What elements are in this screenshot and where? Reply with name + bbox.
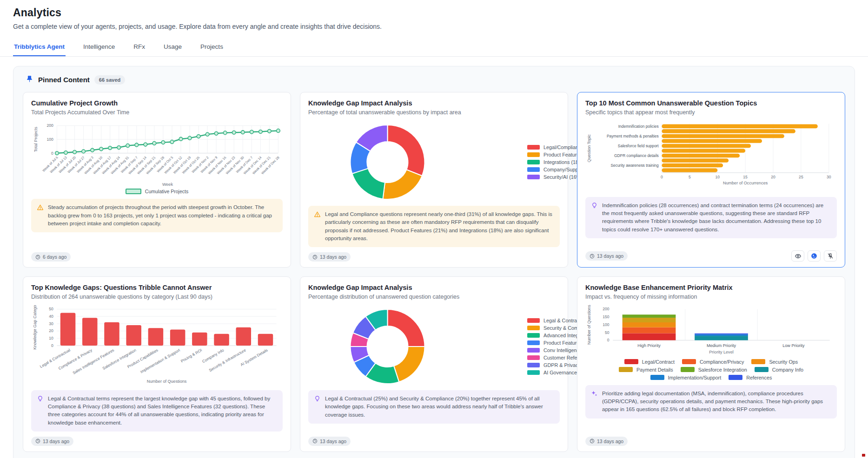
- tab-rfx[interactable]: RFx: [133, 39, 146, 56]
- card-subtitle: Total Projects Accumulated Over Time: [31, 109, 283, 116]
- insight-text: Legal and Compliance questions represent…: [325, 210, 554, 242]
- lightbulb-icon: [591, 202, 598, 234]
- card-cumulative-project-growth[interactable]: Cumulative Project Growth Total Projects…: [23, 92, 291, 268]
- insight-text: Prioritize adding legal documentation (M…: [602, 390, 831, 414]
- timestamp-pill: 13 days ago: [585, 437, 628, 446]
- insight-text: Legal & Contractual terms represent the …: [48, 395, 277, 427]
- svg-text:150: 150: [603, 314, 610, 319]
- clock-icon: [590, 254, 595, 259]
- card-knowledge-gap-impact-2[interactable]: Knowledge Gap Impact Analysis Percentage…: [300, 276, 568, 452]
- svg-text:25: 25: [799, 175, 803, 179]
- lightbulb-icon: [314, 395, 321, 419]
- card-title: Top 10 Most Common Unanswerable Question…: [585, 99, 837, 107]
- insight-text: Steady accumulation of projects througho…: [48, 203, 277, 228]
- svg-text:10: 10: [715, 175, 720, 179]
- pin-icon: [26, 75, 33, 85]
- svg-text:0: 0: [51, 151, 53, 156]
- svg-text:Sales Intelligence Features: Sales Intelligence Features: [72, 347, 115, 375]
- svg-text:High Priority: High Priority: [637, 343, 661, 348]
- svg-text:100: 100: [603, 322, 610, 327]
- eye-icon: [795, 253, 802, 260]
- svg-text:Knowledge Gap Catego: Knowledge Gap Catego: [33, 305, 37, 350]
- svg-text:Priority Level: Priority Level: [709, 350, 733, 354]
- card-subtitle: Specific topics that appear most frequen…: [585, 109, 837, 116]
- svg-text:50: 50: [49, 307, 53, 311]
- tab-projects[interactable]: Projects: [199, 39, 224, 56]
- unpin-button[interactable]: [824, 250, 837, 262]
- card-top-knowledge-gaps[interactable]: Top Knowledge Gaps: Questions Tribble Ca…: [23, 276, 291, 452]
- line-chart: 0100200Total ProjectsWeek of Jul 6Week o…: [31, 120, 283, 188]
- insight-box: Indemnification policies (28 occurrences…: [585, 197, 837, 238]
- tab-tribblytics-agent[interactable]: Tribblytics Agent: [13, 39, 66, 56]
- view-insight-button[interactable]: [791, 250, 804, 262]
- clock-icon: [35, 255, 40, 260]
- svg-text:50: 50: [605, 330, 610, 335]
- lightbulb-icon: [37, 395, 44, 427]
- pinned-content-panel: Pinned Content 66 saved Cumulative Proje…: [13, 66, 855, 458]
- page-subtitle: Get a complete view of your agents, proj…: [13, 23, 855, 30]
- legend-label: Cumulative Projects: [145, 189, 188, 194]
- card-title: Knowledge Gap Impact Analysis: [308, 99, 560, 107]
- page-header: Analytics Get a complete view of your ag…: [0, 0, 868, 30]
- card-priority-matrix[interactable]: Knowledge Base Enhancement Priority Matr…: [577, 276, 845, 452]
- ai-assistant-button[interactable]: [808, 250, 821, 262]
- card-title: Top Knowledge Gaps: Questions Tribble Ca…: [31, 284, 283, 291]
- svg-text:100: 100: [46, 137, 53, 142]
- card-top-unanswerable-topics[interactable]: Top 10 Most Common Unanswerable Question…: [577, 92, 845, 268]
- card-subtitle: Impact vs. frequency of missing informat…: [585, 294, 837, 300]
- donut-chart: Legal & ContractualSecurity & Compliance…: [308, 305, 560, 386]
- tab-intelligence[interactable]: Intelligence: [82, 39, 116, 56]
- insight-text: Indemnification policies (28 occurrences…: [602, 202, 831, 234]
- timestamp-pill: 13 days ago: [585, 251, 628, 261]
- pinned-content-title: Pinned Content: [38, 76, 90, 84]
- svg-text:Security awareness training: Security awareness training: [610, 163, 659, 168]
- svg-text:Low Priority: Low Priority: [782, 343, 805, 348]
- svg-text:20: 20: [49, 328, 53, 333]
- svg-text:5: 5: [689, 175, 691, 179]
- card-knowledge-gap-impact-1[interactable]: Knowledge Gap Impact Analysis Percentage…: [300, 92, 568, 268]
- tab-usage[interactable]: Usage: [163, 39, 183, 56]
- svg-text:15: 15: [743, 175, 748, 179]
- svg-text:Implementation & Support: Implementation & Support: [139, 347, 181, 374]
- cursor-artifact: [862, 454, 865, 457]
- card-title: Cumulative Project Growth: [31, 99, 283, 107]
- tab-bar: Tribblytics Agent Intelligence RFx Usage…: [0, 39, 868, 57]
- hbar-chart: Indemnification policiesPayment methods …: [585, 120, 837, 192]
- clock-icon: [35, 438, 40, 444]
- clock-icon: [312, 255, 318, 260]
- insight-box: Steady accumulation of projects througho…: [31, 199, 283, 232]
- card-actions: [791, 250, 837, 262]
- chart-legend: Cumulative Projects: [31, 189, 283, 194]
- svg-text:0: 0: [51, 343, 53, 348]
- warning-icon: [37, 204, 44, 228]
- svg-text:Salesforce field support: Salesforce field support: [618, 144, 659, 148]
- legend-swatch: [126, 189, 141, 194]
- svg-text:0: 0: [661, 175, 663, 179]
- pin-off-icon: [827, 253, 834, 259]
- timestamp-pill: 13 days ago: [31, 437, 73, 446]
- svg-text:Total Projects: Total Projects: [33, 126, 38, 152]
- svg-text:20: 20: [771, 175, 775, 179]
- clock-icon: [590, 438, 595, 444]
- svg-text:30: 30: [827, 175, 831, 179]
- insight-box: Legal & Contractual terms represent the …: [31, 390, 283, 432]
- svg-text:GDPR compliance details: GDPR compliance details: [614, 153, 659, 158]
- timestamp-pill: 6 days ago: [31, 252, 71, 262]
- timestamp-pill: 13 days ago: [308, 437, 351, 446]
- svg-text:Number of Questions: Number of Questions: [147, 379, 187, 384]
- timestamp-pill: 13 days ago: [308, 252, 351, 262]
- svg-text:Number of Questions: Number of Questions: [587, 305, 591, 345]
- card-title: Knowledge Gap Impact Analysis: [308, 284, 560, 291]
- card-subtitle: Percentage distribution of unanswered qu…: [308, 294, 560, 300]
- chart-legend: Legal/ContractCompliance/PrivacySecurity…: [585, 359, 837, 380]
- svg-text:40: 40: [49, 314, 53, 319]
- sparkles-icon: [591, 390, 598, 414]
- svg-text:Question Topic: Question Topic: [587, 134, 591, 162]
- clock-icon: [312, 438, 318, 444]
- cards-grid: Cumulative Project Growth Total Projects…: [23, 92, 845, 452]
- page-title: Analytics: [13, 7, 855, 19]
- svg-text:30: 30: [49, 321, 53, 326]
- vbar-chart: 01020304050Legal & ContractualCompliance…: [31, 305, 283, 386]
- insight-box: Legal and Compliance questions represent…: [308, 206, 560, 247]
- insight-text: Legal & Contractual (25%) and Security &…: [325, 395, 554, 419]
